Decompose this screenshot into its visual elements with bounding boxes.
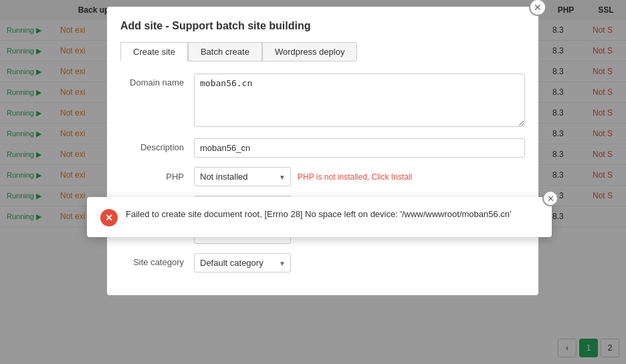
php-label: PHP bbox=[120, 172, 194, 182]
site-category-row: Site category Default category ▼ bbox=[120, 253, 525, 272]
php-not-installed-text: PHP is not installed, Click Install bbox=[298, 172, 412, 182]
description-row: Description bbox=[120, 138, 525, 158]
tab-create-site[interactable]: Create site bbox=[120, 42, 188, 61]
domain-name-row: Domain name bbox=[120, 73, 525, 129]
domain-name-input[interactable] bbox=[194, 73, 525, 127]
error-toast: ✕ ✕ Failed to create site document root,… bbox=[87, 197, 552, 237]
description-label: Description bbox=[120, 138, 194, 152]
modal-tabs: Create site Batch create Wordpress deplo… bbox=[120, 42, 525, 61]
error-icon: ✕ bbox=[100, 209, 118, 226]
description-input[interactable] bbox=[194, 138, 525, 158]
modal-title: Add site - Support batch site building bbox=[120, 20, 525, 32]
php-select[interactable]: Not installed bbox=[194, 167, 291, 186]
error-close-button[interactable]: ✕ bbox=[542, 190, 558, 206]
domain-name-label: Domain name bbox=[120, 73, 194, 87]
error-message: Failed to create site document root, [Er… bbox=[126, 208, 538, 221]
tab-wordpress-deploy[interactable]: Wordpress deploy bbox=[262, 42, 358, 61]
add-site-modal: ✕ Add site - Support batch site building… bbox=[107, 7, 538, 295]
site-category-label: Site category bbox=[120, 253, 194, 267]
php-row: PHP Not installed ▼ PHP is not installed… bbox=[120, 167, 525, 186]
site-category-select[interactable]: Default category bbox=[194, 253, 291, 272]
tab-batch-create[interactable]: Batch create bbox=[188, 42, 262, 61]
